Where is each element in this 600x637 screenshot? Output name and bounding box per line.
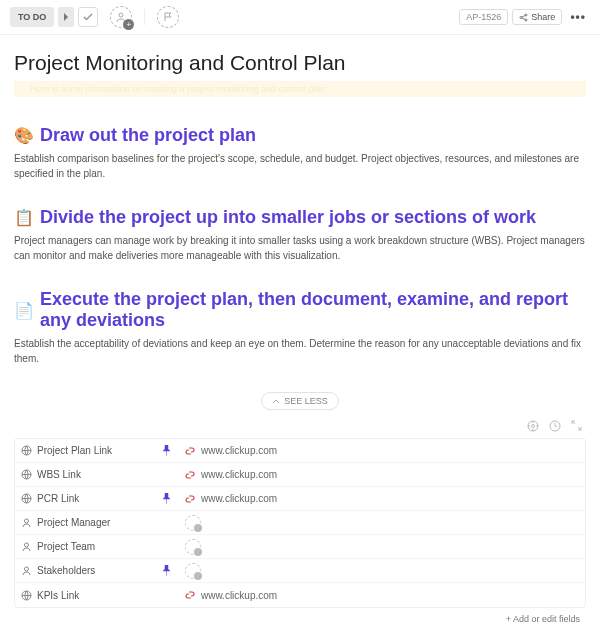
field-label: PCR Link	[37, 493, 153, 504]
link-icon	[185, 470, 195, 480]
svg-point-10	[24, 519, 28, 523]
svg-point-5	[532, 425, 535, 428]
caret-right-icon	[63, 13, 69, 21]
link-icon	[185, 494, 195, 504]
globe-icon	[15, 493, 37, 504]
svg-point-12	[24, 567, 28, 571]
field-value-cell[interactable]: www.clickup.com	[179, 445, 585, 456]
globe-icon	[15, 590, 37, 601]
link-icon	[185, 446, 195, 456]
field-label: WBS Link	[37, 469, 153, 480]
expand-icon[interactable]	[571, 420, 582, 432]
plus-icon: +	[123, 19, 134, 30]
share-icon	[519, 13, 528, 22]
activity-icon[interactable]	[527, 420, 539, 432]
svg-point-1	[525, 14, 527, 16]
check-icon	[83, 13, 93, 21]
svg-point-0	[119, 13, 123, 17]
field-value-cell[interactable]: www.clickup.com	[179, 590, 585, 601]
task-id-chip[interactable]: AP-1526	[459, 9, 508, 25]
empty-assignee-icon[interactable]	[185, 563, 201, 579]
divider	[144, 9, 145, 25]
link-icon	[185, 590, 195, 600]
field-value: www.clickup.com	[201, 590, 277, 601]
section-title: Divide the project up into smaller jobs …	[40, 207, 536, 228]
svg-point-2	[520, 16, 522, 18]
svg-point-3	[525, 19, 527, 21]
empty-assignee-icon[interactable]	[185, 539, 201, 555]
field-label: KPIs Link	[37, 590, 153, 601]
pin-icon[interactable]	[153, 445, 179, 456]
add-fields-link[interactable]: + Add or edit fields	[14, 608, 586, 634]
assignee-add[interactable]: +	[110, 6, 132, 28]
field-value: www.clickup.com	[201, 469, 277, 480]
pin-icon[interactable]	[153, 565, 179, 576]
field-row[interactable]: Stakeholders	[15, 559, 585, 583]
field-value-cell[interactable]	[179, 515, 585, 531]
field-value-cell[interactable]	[179, 539, 585, 555]
priority-add[interactable]	[157, 6, 179, 28]
field-label: Project Team	[37, 541, 153, 552]
section-heading: 📄Execute the project plan, then document…	[14, 289, 586, 331]
see-less-row: SEE LESS	[14, 392, 586, 410]
toolbar: TO DO + AP-1526 Share •••	[0, 0, 600, 35]
content: Project Monitoring and Control Plan Here…	[0, 35, 600, 637]
field-row[interactable]: KPIs Linkwww.clickup.com	[15, 583, 585, 607]
person-icon	[15, 517, 37, 528]
field-label: Stakeholders	[37, 565, 153, 576]
section-emoji-icon: 📄	[14, 301, 34, 320]
see-less-button[interactable]: SEE LESS	[261, 392, 339, 410]
view-controls	[14, 420, 586, 438]
section-title: Draw out the project plan	[40, 125, 256, 146]
complete-button[interactable]	[78, 7, 98, 27]
field-value-cell[interactable]: www.clickup.com	[179, 493, 585, 504]
chevron-up-icon	[272, 398, 280, 404]
info-banner: Here is some information on creating a p…	[14, 81, 586, 97]
see-less-label: SEE LESS	[284, 396, 328, 406]
field-value: www.clickup.com	[201, 493, 277, 504]
globe-icon	[15, 469, 37, 480]
field-row[interactable]: WBS Linkwww.clickup.com	[15, 463, 585, 487]
section-body: Establish comparison baselines for the p…	[14, 152, 586, 181]
field-value-cell[interactable]: www.clickup.com	[179, 469, 585, 480]
history-icon[interactable]	[549, 420, 561, 432]
field-row[interactable]: Project Manager	[15, 511, 585, 535]
more-menu-button[interactable]: •••	[566, 10, 590, 24]
section-heading: 📋Divide the project up into smaller jobs…	[14, 207, 586, 228]
status-next-button[interactable]	[58, 7, 74, 27]
person-icon	[15, 541, 37, 552]
person-icon	[15, 565, 37, 576]
custom-fields: Project Plan Linkwww.clickup.comWBS Link…	[14, 438, 586, 608]
svg-point-11	[24, 543, 28, 547]
share-label: Share	[531, 12, 555, 22]
field-row[interactable]: Project Plan Linkwww.clickup.com	[15, 439, 585, 463]
section-body: Project managers can manage work by brea…	[14, 234, 586, 263]
field-label: Project Plan Link	[37, 445, 153, 456]
empty-assignee-icon[interactable]	[185, 515, 201, 531]
section-heading: 🎨Draw out the project plan	[14, 125, 586, 146]
share-button[interactable]: Share	[512, 9, 562, 25]
section-emoji-icon: 📋	[14, 208, 34, 227]
section-emoji-icon: 🎨	[14, 126, 34, 145]
page-title[interactable]: Project Monitoring and Control Plan	[14, 51, 586, 75]
section-title: Execute the project plan, then document,…	[40, 289, 586, 331]
field-row[interactable]: Project Team	[15, 535, 585, 559]
field-value-cell[interactable]	[179, 563, 585, 579]
status-label: TO DO	[18, 12, 46, 22]
status-pill[interactable]: TO DO	[10, 7, 54, 27]
field-row[interactable]: PCR Linkwww.clickup.com	[15, 487, 585, 511]
globe-icon	[15, 445, 37, 456]
flag-icon	[163, 12, 173, 22]
field-value: www.clickup.com	[201, 445, 277, 456]
pin-icon[interactable]	[153, 493, 179, 504]
field-label: Project Manager	[37, 517, 153, 528]
section-body: Establish the acceptability of deviation…	[14, 337, 586, 366]
